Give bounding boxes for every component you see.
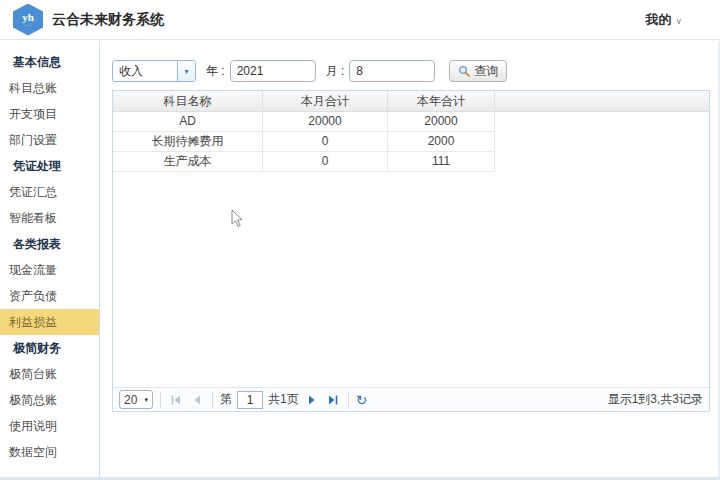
page-size-select[interactable]: 20 ▾ <box>119 390 153 409</box>
first-page-button[interactable] <box>168 392 184 408</box>
sidebar: 基本信息科目总账开支项目部门设置凭证处理凭证汇总智能看板各类报表现金流量资产负债… <box>0 41 100 477</box>
category-select-value: 收入 <box>113 61 177 81</box>
column-header[interactable]: 本月合计 <box>263 91 388 112</box>
table-cell: 111 <box>388 152 495 172</box>
refresh-icon[interactable]: ↻ <box>356 393 368 407</box>
sidebar-section-header: 凭证处理 <box>0 153 99 179</box>
app-logo: yh ··· <box>13 4 43 36</box>
user-menu-label: 我的 <box>645 11 671 29</box>
sidebar-section-header: 极简财务 <box>0 335 99 361</box>
year-input[interactable] <box>230 60 316 82</box>
sidebar-item[interactable]: 科目总账 <box>0 75 99 101</box>
column-header[interactable]: 科目名称 <box>113 91 263 112</box>
query-toolbar: 收入 ▾ 年 : 月 : 查询 <box>112 59 507 83</box>
year-label: 年 : <box>206 63 225 80</box>
chevron-down-icon[interactable]: ▾ <box>177 61 195 81</box>
page-size-value: 20 <box>124 393 137 407</box>
page-number-input[interactable] <box>237 391 263 409</box>
last-page-button[interactable] <box>325 392 341 408</box>
table-cell: AD <box>113 112 263 132</box>
sidebar-item[interactable]: 开支项目 <box>0 101 99 127</box>
last-page-icon <box>326 393 340 407</box>
table-cell: 2000 <box>388 132 495 152</box>
first-page-icon <box>169 393 183 407</box>
app-header: yh ··· 云合未来财务系统 我的 ∨ <box>0 0 720 40</box>
sidebar-item[interactable]: 极简台账 <box>0 361 99 387</box>
table-cell: 20000 <box>388 112 495 132</box>
next-page-button[interactable] <box>304 392 320 408</box>
pager-summary: 显示1到3,共3记录 <box>608 391 703 408</box>
sidebar-item[interactable]: 使用说明 <box>0 413 99 439</box>
page-label-prefix: 第 <box>220 391 232 408</box>
search-button[interactable]: 查询 <box>449 60 507 82</box>
column-header[interactable]: 本年合计 <box>388 91 495 112</box>
app-title: 云合未来财务系统 <box>52 11 164 29</box>
table-header-row: 科目名称本月合计本年合计 <box>113 91 709 112</box>
prev-page-icon <box>190 393 204 407</box>
table-row[interactable]: 长期待摊费用02000 <box>113 132 709 152</box>
prev-page-button[interactable] <box>189 392 205 408</box>
row-filler <box>495 152 709 172</box>
user-menu[interactable]: 我的 ∨ <box>645 0 682 40</box>
row-filler <box>495 132 709 152</box>
sidebar-item[interactable]: 现金流量 <box>0 257 99 283</box>
row-filler <box>495 112 709 132</box>
sidebar-section-header: 基本信息 <box>0 49 99 75</box>
chevron-down-icon: ∨ <box>675 16 682 26</box>
search-icon <box>458 65 470 77</box>
search-button-label: 查询 <box>474 63 498 80</box>
sidebar-section-header: 各类报表 <box>0 231 99 257</box>
sidebar-item[interactable]: 数据空间 <box>0 439 99 465</box>
table-cell: 0 <box>263 152 388 172</box>
category-select[interactable]: 收入 ▾ <box>112 60 196 82</box>
pager-separator <box>348 392 349 408</box>
chevron-down-icon: ▾ <box>144 396 148 404</box>
pager-separator <box>212 392 213 408</box>
pagination-bar: 20 ▾ 第 共1页 <box>113 387 709 411</box>
next-page-icon <box>305 393 319 407</box>
table-body: AD2000020000长期待摊费用02000生产成本0111 <box>113 112 709 172</box>
logo-text: yh <box>22 12 34 23</box>
table-cell: 0 <box>263 132 388 152</box>
table-row[interactable]: 生产成本0111 <box>113 152 709 172</box>
table-row[interactable]: AD2000020000 <box>113 112 709 132</box>
header-filler <box>495 91 709 111</box>
sidebar-item[interactable]: 极简总账 <box>0 387 99 413</box>
table-cell: 20000 <box>263 112 388 132</box>
main-content: 收入 ▾ 年 : 月 : 查询 科目名称本月合计本年合计 AD200002000… <box>101 41 718 477</box>
sidebar-item[interactable]: 资产负债 <box>0 283 99 309</box>
sidebar-item[interactable]: 部门设置 <box>0 127 99 153</box>
sidebar-item[interactable]: 利益损益 <box>0 309 99 335</box>
datagrid-panel: 科目名称本月合计本年合计 AD2000020000长期待摊费用02000生产成本… <box>112 90 710 412</box>
logo-subtext: ··· <box>24 23 32 28</box>
table-cell: 生产成本 <box>113 152 263 172</box>
pager-separator <box>160 392 161 408</box>
table-cell: 长期待摊费用 <box>113 132 263 152</box>
month-input[interactable] <box>349 60 435 82</box>
page-label-suffix: 共1页 <box>268 391 299 408</box>
sidebar-item[interactable]: 智能看板 <box>0 205 99 231</box>
sidebar-item[interactable]: 凭证汇总 <box>0 179 99 205</box>
month-label: 月 : <box>326 63 345 80</box>
